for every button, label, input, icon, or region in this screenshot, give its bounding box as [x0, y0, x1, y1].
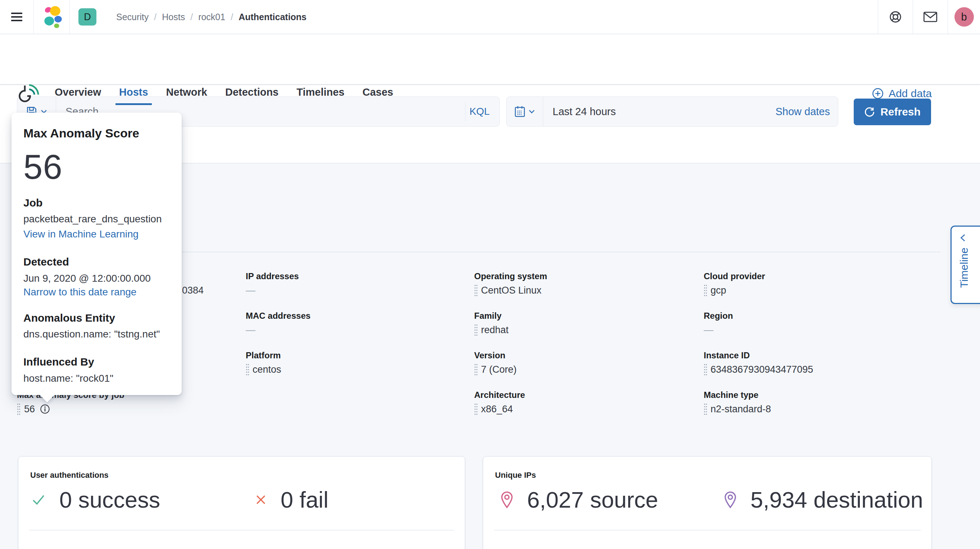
- field-instance-id: Instance ID 6348367930943477095: [704, 350, 813, 376]
- top-chrome-bar: D Security / Hosts / rock01 / Authentica…: [0, 0, 980, 34]
- help-button[interactable]: [878, 0, 913, 34]
- date-range-value[interactable]: Last 24 hours: [553, 106, 616, 118]
- unique-source-ips-stat: 6,027 source: [500, 487, 658, 512]
- drag-handle-icon[interactable]: [704, 403, 707, 415]
- timeline-flyout-button[interactable]: Timeline: [950, 226, 980, 304]
- influenced-by-heading: Influenced By: [23, 355, 173, 368]
- field-platform: Platform centos: [246, 350, 282, 376]
- field-operating-system: Operating system CentOS Linux: [474, 271, 547, 297]
- divider: [465, 102, 466, 121]
- drag-handle-icon[interactable]: [474, 363, 478, 376]
- calendar-icon: [514, 106, 525, 117]
- info-icon[interactable]: [40, 404, 50, 414]
- field-ip-addresses: IP addresses —: [246, 271, 299, 297]
- drag-handle-icon[interactable]: [246, 363, 249, 376]
- breadcrumb-separator: /: [185, 12, 198, 22]
- tab-overview[interactable]: Overview: [51, 86, 105, 105]
- user-avatar: b: [955, 7, 974, 27]
- influenced-by-value: host.name: "rock01": [23, 372, 173, 385]
- security-host-authentications-page: D Security / Hosts / rock01 / Authentica…: [0, 0, 980, 549]
- job-value: packetbeat_rare_dns_question: [23, 213, 173, 225]
- job-heading: Job: [23, 196, 173, 209]
- chevron-left-icon: [959, 233, 968, 242]
- breadcrumb-hosts[interactable]: Hosts: [162, 12, 185, 22]
- section-tabs: Overview Hosts Network Detections Timeli…: [51, 86, 397, 105]
- breadcrumb-separator: /: [225, 12, 239, 22]
- refresh-label: Refresh: [880, 106, 921, 118]
- show-dates-button[interactable]: Show dates: [775, 106, 830, 118]
- breadcrumb: Security / Hosts / rock01 / Authenticati…: [116, 12, 307, 22]
- view-in-ml-link[interactable]: View in Machine Learning: [23, 228, 173, 240]
- drag-handle-icon[interactable]: [704, 284, 707, 296]
- field-architecture: Architecture x86_64: [474, 390, 525, 415]
- breadcrumb-separator: /: [149, 12, 162, 22]
- date-quick-select-button[interactable]: [507, 97, 543, 126]
- detected-value: Jun 9, 2020 @ 12:00:00.000: [23, 272, 173, 285]
- breadcrumb-security[interactable]: Security: [116, 12, 149, 22]
- space-avatar: D: [78, 8, 96, 25]
- max-anomaly-score-value: 56: [17, 403, 50, 415]
- card-divider: [494, 530, 921, 530]
- add-data-button[interactable]: Add data: [872, 88, 932, 100]
- kql-language-button[interactable]: KQL: [469, 97, 490, 126]
- popover-title: Max Anomaly Score: [23, 126, 173, 141]
- tab-hosts[interactable]: Hosts: [116, 86, 152, 105]
- elastic-home-button[interactable]: [34, 0, 70, 34]
- auth-fail-stat: 0 fail: [254, 487, 328, 512]
- anomaly-score-text: 56: [24, 403, 35, 415]
- hamburger-icon: [11, 10, 22, 23]
- plus-circle-icon: [872, 88, 884, 99]
- source-pin-icon: [500, 491, 514, 508]
- timeline-label: Timeline: [959, 248, 970, 288]
- cross-icon: [254, 493, 268, 506]
- drag-handle-icon[interactable]: [704, 363, 707, 376]
- card-title: User authentications: [30, 470, 109, 480]
- user-authentications-card: User authentications 0 success 0 fail: [18, 456, 465, 549]
- elastic-logo-icon: [40, 5, 64, 29]
- field-region: Region —: [704, 310, 733, 336]
- chevron-down-icon: [528, 109, 535, 114]
- breadcrumb-rock01[interactable]: rock01: [198, 12, 225, 22]
- breadcrumb-authentications: Authentications: [239, 12, 307, 22]
- drag-handle-icon[interactable]: [474, 284, 478, 296]
- card-divider: [29, 530, 454, 530]
- field-mac-addresses: MAC addresses —: [246, 310, 310, 336]
- check-icon: [30, 492, 46, 508]
- field-machine-type: Machine type n2-standard-8: [704, 390, 771, 415]
- unique-destination-ips-stat: 5,934 destination: [723, 487, 923, 512]
- siem-logo-icon: [16, 82, 39, 105]
- topbar-actions: b: [878, 0, 980, 34]
- drag-handle-icon[interactable]: [474, 324, 478, 336]
- host-id-value-fragment: 0384: [182, 284, 204, 297]
- refresh-icon: [864, 107, 875, 117]
- auth-success-stat: 0 success: [30, 487, 160, 512]
- drag-handle-icon[interactable]: [474, 403, 478, 415]
- menu-button[interactable]: [0, 0, 33, 34]
- anomaly-score-popover: Max Anomaly Score 56 Job packetbeat_rare…: [11, 113, 182, 395]
- tab-network[interactable]: Network: [162, 86, 211, 105]
- anomalous-entity-heading: Anomalous Entity: [23, 312, 173, 325]
- date-picker: Last 24 hours Show dates: [506, 96, 838, 127]
- app-navbar: Overview Hosts Network Detections Timeli…: [0, 34, 980, 84]
- field-family: Family redhat: [474, 310, 509, 336]
- refresh-button[interactable]: Refresh: [854, 99, 931, 125]
- tab-cases[interactable]: Cases: [359, 86, 397, 105]
- tab-detections[interactable]: Detections: [222, 86, 282, 105]
- unique-ips-card: Unique IPs 6,027 source 5,934 destinatio…: [483, 456, 932, 549]
- field-version: Version 7 (Core): [474, 350, 517, 376]
- popover-score: 56: [23, 147, 173, 187]
- detected-heading: Detected: [23, 255, 173, 268]
- field-cloud-provider: Cloud provider gcp: [704, 271, 765, 297]
- add-data-label: Add data: [889, 88, 932, 100]
- space-switcher[interactable]: D: [70, 0, 105, 34]
- user-menu-button[interactable]: b: [948, 0, 980, 34]
- newsfeed-button[interactable]: [913, 0, 948, 34]
- card-title: Unique IPs: [495, 470, 536, 480]
- destination-pin-icon: [723, 491, 738, 508]
- narrow-date-range-link[interactable]: Narrow to this date range: [23, 286, 173, 298]
- mail-icon: [923, 11, 937, 23]
- anomalous-entity-value: dns.question.name: "tstng.net": [23, 328, 173, 341]
- drag-handle-icon[interactable]: [17, 403, 21, 415]
- help-icon: [889, 10, 902, 24]
- tab-timelines[interactable]: Timelines: [293, 86, 348, 105]
